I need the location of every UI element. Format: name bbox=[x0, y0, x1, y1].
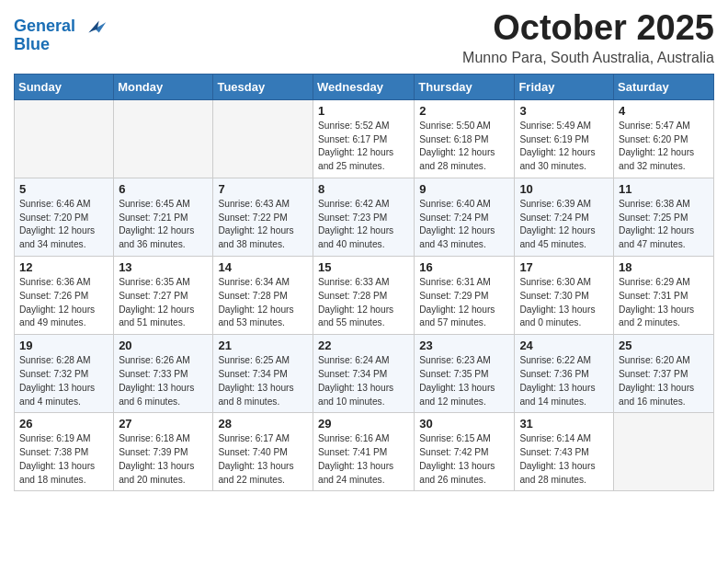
col-wednesday: Wednesday bbox=[313, 74, 415, 99]
day-info: Sunrise: 6:29 AM Sunset: 7:31 PM Dayligh… bbox=[619, 276, 709, 330]
day-info: Sunrise: 6:23 AM Sunset: 7:35 PM Dayligh… bbox=[419, 354, 509, 408]
day-number: 24 bbox=[519, 339, 609, 352]
calendar-cell: 31Sunrise: 6:14 AM Sunset: 7:43 PM Dayli… bbox=[515, 413, 614, 491]
month-title: October 2025 bbox=[462, 9, 714, 48]
calendar-cell: 4Sunrise: 5:47 AM Sunset: 6:20 PM Daylig… bbox=[614, 99, 714, 178]
day-info: Sunrise: 6:43 AM Sunset: 7:22 PM Dayligh… bbox=[218, 198, 308, 252]
day-number: 2 bbox=[419, 104, 509, 118]
logo-bird-icon bbox=[82, 14, 108, 40]
day-number: 13 bbox=[119, 260, 208, 274]
calendar-cell: 8Sunrise: 6:42 AM Sunset: 7:23 PM Daylig… bbox=[313, 178, 415, 256]
day-info: Sunrise: 6:28 AM Sunset: 7:32 PM Dayligh… bbox=[19, 354, 108, 408]
calendar-cell: 21Sunrise: 6:25 AM Sunset: 7:34 PM Dayli… bbox=[213, 335, 313, 413]
day-number: 28 bbox=[218, 417, 308, 431]
calendar-week-row: 26Sunrise: 6:19 AM Sunset: 7:38 PM Dayli… bbox=[15, 413, 714, 491]
day-number: 11 bbox=[619, 182, 709, 196]
day-number: 9 bbox=[419, 182, 509, 196]
day-number: 20 bbox=[119, 339, 208, 352]
day-info: Sunrise: 6:38 AM Sunset: 7:25 PM Dayligh… bbox=[619, 198, 709, 252]
day-info: Sunrise: 5:52 AM Sunset: 6:17 PM Dayligh… bbox=[318, 120, 409, 174]
calendar-cell: 7Sunrise: 6:43 AM Sunset: 7:22 PM Daylig… bbox=[213, 178, 313, 256]
calendar-cell: 15Sunrise: 6:33 AM Sunset: 7:28 PM Dayli… bbox=[313, 257, 415, 335]
day-number: 25 bbox=[619, 339, 709, 352]
calendar-cell: 28Sunrise: 6:17 AM Sunset: 7:40 PM Dayli… bbox=[213, 413, 313, 491]
day-number: 27 bbox=[119, 417, 208, 431]
day-info: Sunrise: 5:50 AM Sunset: 6:18 PM Dayligh… bbox=[419, 120, 509, 174]
day-number: 1 bbox=[318, 104, 409, 118]
day-info: Sunrise: 6:31 AM Sunset: 7:29 PM Dayligh… bbox=[419, 276, 509, 330]
calendar-cell bbox=[114, 99, 213, 178]
calendar-cell: 30Sunrise: 6:15 AM Sunset: 7:42 PM Dayli… bbox=[415, 413, 515, 491]
day-info: Sunrise: 6:30 AM Sunset: 7:30 PM Dayligh… bbox=[519, 276, 609, 330]
day-info: Sunrise: 6:20 AM Sunset: 7:37 PM Dayligh… bbox=[619, 354, 709, 408]
col-friday: Friday bbox=[515, 74, 614, 99]
calendar-header-row: Sunday Monday Tuesday Wednesday Thursday… bbox=[15, 74, 714, 99]
calendar-cell: 29Sunrise: 6:16 AM Sunset: 7:41 PM Dayli… bbox=[313, 413, 415, 491]
day-info: Sunrise: 6:34 AM Sunset: 7:28 PM Dayligh… bbox=[218, 276, 308, 330]
day-number: 21 bbox=[218, 339, 308, 352]
calendar-cell: 20Sunrise: 6:26 AM Sunset: 7:33 PM Dayli… bbox=[114, 335, 213, 413]
day-info: Sunrise: 6:26 AM Sunset: 7:33 PM Dayligh… bbox=[119, 354, 208, 408]
calendar-cell: 12Sunrise: 6:36 AM Sunset: 7:26 PM Dayli… bbox=[15, 257, 114, 335]
day-info: Sunrise: 6:18 AM Sunset: 7:39 PM Dayligh… bbox=[119, 432, 208, 487]
calendar-cell: 9Sunrise: 6:40 AM Sunset: 7:24 PM Daylig… bbox=[415, 178, 515, 256]
day-info: Sunrise: 6:46 AM Sunset: 7:20 PM Dayligh… bbox=[19, 198, 108, 252]
col-tuesday: Tuesday bbox=[213, 74, 313, 99]
calendar-cell: 22Sunrise: 6:24 AM Sunset: 7:34 PM Dayli… bbox=[313, 335, 415, 413]
day-info: Sunrise: 6:14 AM Sunset: 7:43 PM Dayligh… bbox=[519, 432, 609, 487]
day-number: 30 bbox=[419, 417, 509, 431]
day-number: 31 bbox=[519, 417, 609, 431]
day-number: 5 bbox=[19, 182, 108, 196]
day-info: Sunrise: 6:22 AM Sunset: 7:36 PM Dayligh… bbox=[519, 354, 609, 408]
calendar-cell: 13Sunrise: 6:35 AM Sunset: 7:27 PM Dayli… bbox=[114, 257, 213, 335]
day-info: Sunrise: 6:19 AM Sunset: 7:38 PM Dayligh… bbox=[19, 432, 108, 487]
calendar-cell: 17Sunrise: 6:30 AM Sunset: 7:30 PM Dayli… bbox=[515, 257, 614, 335]
calendar-cell bbox=[213, 99, 313, 178]
day-info: Sunrise: 6:45 AM Sunset: 7:21 PM Dayligh… bbox=[119, 198, 208, 252]
day-number: 29 bbox=[318, 417, 409, 431]
day-info: Sunrise: 5:49 AM Sunset: 6:19 PM Dayligh… bbox=[519, 120, 609, 174]
calendar-cell bbox=[614, 413, 714, 491]
calendar-cell: 27Sunrise: 6:18 AM Sunset: 7:39 PM Dayli… bbox=[114, 413, 213, 491]
day-number: 3 bbox=[519, 104, 609, 118]
day-number: 19 bbox=[19, 339, 108, 352]
day-number: 15 bbox=[318, 260, 409, 274]
day-number: 7 bbox=[218, 182, 308, 196]
day-info: Sunrise: 6:16 AM Sunset: 7:41 PM Dayligh… bbox=[318, 432, 409, 487]
day-number: 23 bbox=[419, 339, 509, 352]
logo-general: General bbox=[14, 17, 75, 35]
location-title: Munno Para, South Australia, Australia bbox=[462, 50, 714, 66]
day-info: Sunrise: 6:25 AM Sunset: 7:34 PM Dayligh… bbox=[218, 354, 308, 408]
day-info: Sunrise: 6:15 AM Sunset: 7:42 PM Dayligh… bbox=[419, 432, 509, 487]
day-info: Sunrise: 5:47 AM Sunset: 6:20 PM Dayligh… bbox=[619, 120, 709, 174]
day-number: 16 bbox=[419, 260, 509, 274]
col-thursday: Thursday bbox=[415, 74, 515, 99]
calendar-cell: 24Sunrise: 6:22 AM Sunset: 7:36 PM Dayli… bbox=[515, 335, 614, 413]
day-info: Sunrise: 6:42 AM Sunset: 7:23 PM Dayligh… bbox=[318, 198, 409, 252]
day-number: 22 bbox=[318, 339, 409, 352]
day-number: 4 bbox=[619, 104, 709, 118]
calendar-cell: 3Sunrise: 5:49 AM Sunset: 6:19 PM Daylig… bbox=[515, 99, 614, 178]
day-info: Sunrise: 6:36 AM Sunset: 7:26 PM Dayligh… bbox=[19, 276, 108, 330]
title-block: October 2025 Munno Para, South Australia… bbox=[462, 9, 714, 66]
calendar-cell bbox=[15, 99, 114, 178]
calendar-cell: 2Sunrise: 5:50 AM Sunset: 6:18 PM Daylig… bbox=[415, 99, 515, 178]
header: General Blue October 2025 Munno Para, So… bbox=[14, 9, 714, 66]
calendar-cell: 19Sunrise: 6:28 AM Sunset: 7:32 PM Dayli… bbox=[15, 335, 114, 413]
col-monday: Monday bbox=[114, 74, 213, 99]
day-info: Sunrise: 6:24 AM Sunset: 7:34 PM Dayligh… bbox=[318, 354, 409, 408]
day-info: Sunrise: 6:35 AM Sunset: 7:27 PM Dayligh… bbox=[119, 276, 208, 330]
calendar-cell: 10Sunrise: 6:39 AM Sunset: 7:24 PM Dayli… bbox=[515, 178, 614, 256]
calendar-cell: 26Sunrise: 6:19 AM Sunset: 7:38 PM Dayli… bbox=[15, 413, 114, 491]
calendar-week-row: 1Sunrise: 5:52 AM Sunset: 6:17 PM Daylig… bbox=[15, 99, 714, 178]
calendar-table: Sunday Monday Tuesday Wednesday Thursday… bbox=[14, 74, 714, 492]
calendar-cell: 16Sunrise: 6:31 AM Sunset: 7:29 PM Dayli… bbox=[415, 257, 515, 335]
day-number: 17 bbox=[519, 260, 609, 274]
day-number: 26 bbox=[19, 417, 108, 431]
day-number: 14 bbox=[218, 260, 308, 274]
day-number: 8 bbox=[318, 182, 409, 196]
day-number: 6 bbox=[119, 182, 208, 196]
day-number: 10 bbox=[519, 182, 609, 196]
calendar-week-row: 12Sunrise: 6:36 AM Sunset: 7:26 PM Dayli… bbox=[15, 257, 714, 335]
day-info: Sunrise: 6:39 AM Sunset: 7:24 PM Dayligh… bbox=[519, 198, 609, 252]
